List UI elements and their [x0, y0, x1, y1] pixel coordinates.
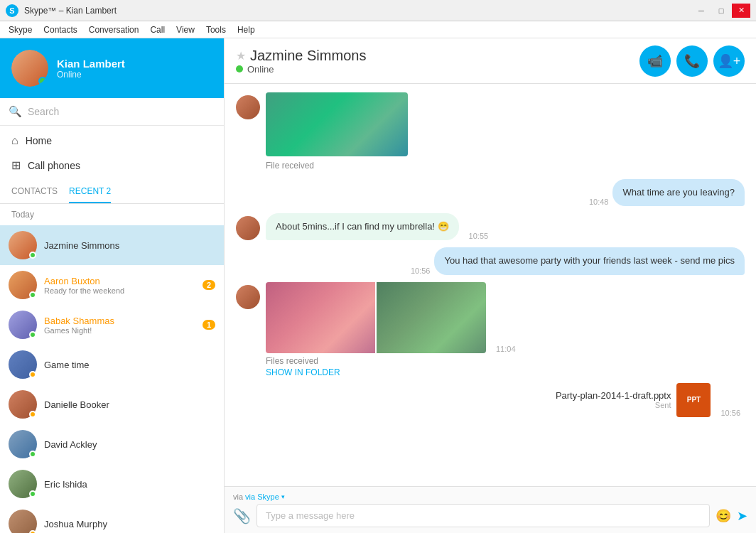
chat-status: Online	[236, 64, 366, 75]
emoji-button[interactable]: 😊	[716, 508, 731, 524]
skype-logo: S	[6, 4, 18, 17]
chat-name-text: Jazmine Simmons	[250, 48, 366, 64]
via-skype-link[interactable]: via Skype	[245, 492, 279, 501]
sent-message: 10:48 What time are you leaving?	[236, 179, 745, 206]
tab-recent[interactable]: RECENT 2	[69, 186, 111, 203]
status-dot	[29, 411, 36, 418]
favorite-star-icon[interactable]: ★	[236, 49, 246, 63]
contact-info: Danielle Booker	[44, 399, 215, 410]
minimize-button[interactable]: ─	[692, 4, 711, 18]
voice-call-button[interactable]: 📞	[676, 45, 708, 77]
list-item[interactable]: Danielle Booker	[0, 384, 224, 424]
contact-tabs: CONTACTS RECENT 2	[0, 181, 224, 204]
contact-name: Danielle Booker	[44, 399, 215, 410]
powerpoint-icon: PPT	[676, 383, 711, 417]
titlebar-left: S Skype™ – Kian Lambert	[6, 4, 117, 17]
sidebar: Kian Lambert Online 🔍 ⌂ Home ⊞ Call phon…	[0, 38, 225, 533]
list-item[interactable]: David Ackley	[0, 424, 224, 464]
contact-name: Babak Shammas	[44, 316, 195, 326]
chat-area: ★ Jazmine Simmons Online 📹 📞 👤+	[225, 38, 756, 533]
main-container: Kian Lambert Online 🔍 ⌂ Home ⊞ Call phon…	[0, 38, 756, 533]
message-input[interactable]	[256, 504, 710, 527]
user-avatar	[11, 50, 48, 87]
avatar	[9, 390, 37, 419]
show-in-folder-link[interactable]: SHOW IN FOLDER	[266, 367, 745, 377]
chat-header: ★ Jazmine Simmons Online 📹 📞 👤+	[225, 38, 756, 84]
via-text: via	[233, 492, 243, 501]
files-received-label: Files received	[266, 356, 745, 366]
contact-name: David Ackley	[44, 439, 215, 450]
avatar	[9, 470, 37, 498]
user-status-dot	[38, 77, 47, 85]
search-bar[interactable]: 🔍	[0, 98, 224, 126]
close-button[interactable]: ✕	[732, 4, 750, 18]
user-name: Kian Lambert	[57, 58, 125, 70]
add-person-icon: 👤+	[718, 53, 741, 69]
contact-info: Jazmine Simmons	[44, 240, 215, 251]
menu-conversation[interactable]: Conversation	[83, 21, 145, 38]
contact-info: David Ackley	[44, 439, 215, 450]
menu-call[interactable]: Call	[144, 21, 171, 38]
file-name: Party-plan-2014-1-draft.pptx	[556, 390, 671, 401]
send-button[interactable]: ➤	[737, 508, 747, 524]
received-image	[266, 92, 408, 156]
files-received-section: Files received SHOW IN FOLDER	[236, 356, 745, 377]
video-call-button[interactable]: 📹	[639, 45, 671, 77]
message-time: 10:48	[589, 198, 609, 206]
photo-images	[266, 282, 486, 353]
chat-input-area: via via Skype ▾ 📎 😊 ➤	[225, 486, 756, 533]
contact-list: Today Jazmine Simmons Aaron Buxton Ready…	[0, 204, 224, 533]
chat-actions: 📹 📞 👤+	[639, 45, 745, 77]
list-item[interactable]: Eric Ishida	[0, 464, 224, 504]
list-item[interactable]: Game time	[0, 345, 224, 384]
list-item[interactable]: Jazmine Simmons	[0, 225, 224, 265]
message-bubble: About 5mins...if I can find my umbrella!…	[266, 213, 459, 240]
add-contact-button[interactable]: 👤+	[713, 45, 745, 77]
menubar: Skype Contacts Conversation Call View To…	[0, 21, 756, 38]
message-time: 11:04	[496, 345, 516, 353]
menu-contacts[interactable]: Contacts	[38, 21, 82, 38]
list-item[interactable]: Joshua Murphy	[0, 504, 224, 533]
chat-contact-name: ★ Jazmine Simmons	[236, 48, 366, 64]
input-row: 📎 😊 ➤	[233, 504, 747, 527]
photo-group	[266, 282, 486, 353]
file-info: Party-plan-2014-1-draft.pptx Sent	[556, 390, 671, 409]
status-dot	[29, 490, 36, 497]
status-dot	[29, 291, 36, 298]
message-time: 10:55	[469, 232, 489, 240]
contact-info: Eric Ishida	[44, 479, 215, 490]
list-item[interactable]: Babak Shammas Games Night! 1	[0, 305, 224, 345]
list-item[interactable]: Aaron Buxton Ready for the weekend 2	[0, 265, 224, 305]
avatar	[9, 311, 37, 339]
user-info: Kian Lambert Online	[57, 58, 125, 80]
menu-tools[interactable]: Tools	[200, 21, 232, 38]
search-icon: 🔍	[9, 105, 22, 118]
via-skype-label: via via Skype ▾	[233, 492, 747, 501]
file-received-label: File received	[236, 161, 745, 171]
window-title: Skype™ – Kian Lambert	[24, 6, 117, 16]
avatar	[9, 430, 37, 458]
tab-contacts[interactable]: CONTACTS	[11, 186, 58, 203]
menu-skype[interactable]: Skype	[3, 21, 38, 38]
sidebar-item-call-phones[interactable]: ⊞ Call phones	[0, 153, 224, 178]
menu-help[interactable]: Help	[232, 21, 261, 38]
chevron-down-icon: ▾	[281, 493, 285, 500]
search-input[interactable]	[28, 106, 215, 117]
attachment-button[interactable]: 📎	[233, 507, 251, 524]
date-label: Today	[0, 204, 224, 225]
message-time: 10:56	[411, 266, 431, 275]
status-dot	[29, 252, 36, 259]
status-dot	[29, 530, 36, 533]
message-bubble: What time are you leaving?	[612, 179, 745, 206]
restore-button[interactable]: □	[712, 4, 730, 18]
status-dot	[29, 331, 36, 338]
chat-contact-info: ★ Jazmine Simmons Online	[236, 48, 366, 75]
photo-1	[266, 282, 375, 353]
sidebar-item-home[interactable]: ⌂ Home	[0, 129, 224, 153]
menu-view[interactable]: View	[171, 21, 200, 38]
status-dot	[29, 371, 36, 378]
contact-info: Game time	[44, 360, 215, 370]
avatar	[9, 271, 37, 299]
call-phones-label: Call phones	[28, 160, 80, 171]
status-dot	[29, 451, 36, 458]
